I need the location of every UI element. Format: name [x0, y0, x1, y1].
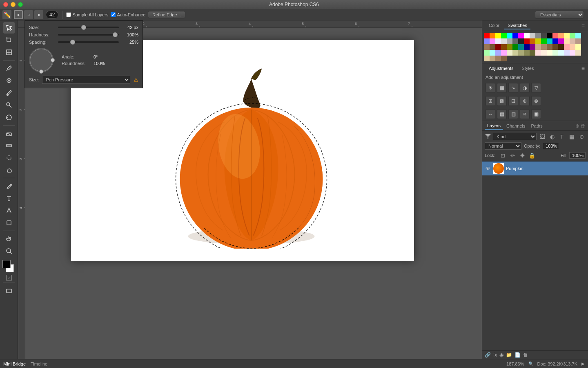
swatch-blue[interactable] — [512, 33, 518, 38]
minimize-button[interactable] — [11, 2, 16, 7]
levels-icon[interactable]: ▦ — [497, 83, 507, 93]
selective-color-icon[interactable]: ▣ — [531, 109, 541, 119]
swatch-2-8[interactable] — [495, 38, 501, 44]
zoom-tool[interactable] — [3, 245, 15, 257]
foreground-color[interactable] — [2, 260, 11, 268]
swatch-2-1[interactable] — [552, 33, 558, 38]
zoom-info-icon[interactable]: 🔍 — [528, 361, 533, 366]
swatch-5-4[interactable] — [484, 50, 490, 56]
swatch-2-4[interactable] — [570, 33, 575, 38]
swatch-6-1[interactable] — [535, 50, 541, 56]
brush-preset-2[interactable]: ○ — [24, 10, 33, 19]
brush-handle-right[interactable] — [51, 58, 55, 62]
doc-info-arrow[interactable]: ▶ — [581, 361, 585, 366]
text-tool[interactable] — [3, 193, 15, 204]
layer-name-pumpkin[interactable]: Pumpkin — [506, 166, 586, 171]
swatch-6-9[interactable] — [484, 56, 490, 61]
layer-item-pumpkin[interactable]: 👁 Pumpkin — [482, 162, 588, 175]
swatch-red[interactable] — [484, 33, 490, 38]
blend-mode-select[interactable]: Normal — [485, 142, 521, 150]
swatch-5-5[interactable] — [490, 50, 495, 56]
spacing-slider-thumb[interactable] — [70, 40, 75, 45]
swatch-5-2[interactable] — [570, 44, 575, 50]
eyedropper-tool[interactable] — [3, 63, 15, 74]
dodge-tool[interactable] — [3, 164, 15, 176]
exposure-icon[interactable]: ◑ — [520, 83, 530, 93]
posterize-icon[interactable]: ▤ — [497, 109, 507, 119]
swatch-3-6[interactable] — [552, 38, 558, 44]
swatch-5-11[interactable] — [524, 50, 530, 56]
opacity-value[interactable]: 100% — [543, 143, 559, 149]
swatch-3-3[interactable] — [535, 38, 541, 44]
swatch-5-3[interactable] — [575, 44, 581, 50]
swatch-6-5[interactable] — [558, 50, 564, 56]
swatch-6-10[interactable] — [490, 56, 495, 61]
swatch-4-4[interactable] — [512, 44, 518, 50]
brightness-contrast-icon[interactable]: ☀ — [486, 83, 495, 93]
swatch-3-9[interactable] — [570, 38, 575, 44]
traffic-lights[interactable] — [3, 2, 23, 7]
brush-tool[interactable] — [3, 87, 15, 99]
add-mask-icon[interactable]: ◉ — [499, 352, 503, 358]
swatch-3-11[interactable] — [484, 44, 490, 50]
swatch-3-5[interactable] — [547, 38, 552, 44]
swatch-6-11[interactable] — [495, 56, 501, 61]
auto-enhance-input[interactable] — [111, 12, 116, 17]
swatch-5-7[interactable] — [501, 50, 507, 56]
tab-adjustments[interactable]: Adjustments — [486, 65, 517, 72]
foreground-background-colors[interactable] — [2, 260, 16, 272]
swatch-magenta[interactable] — [518, 33, 524, 38]
lock-transparent-icon[interactable]: ⊡ — [499, 151, 507, 159]
swatch-2-3[interactable] — [564, 33, 570, 38]
swatch-green[interactable] — [501, 33, 507, 38]
swatch-6-3[interactable] — [547, 50, 552, 56]
swatch-6-8[interactable] — [575, 50, 581, 56]
swatch-gray[interactable] — [535, 33, 541, 38]
workspace-dropdown[interactable]: Essentials — [535, 11, 584, 19]
color-panel-menu-icon[interactable]: ≡ — [581, 22, 585, 29]
tab-swatches[interactable]: Swatches — [504, 22, 530, 29]
black-white-icon[interactable]: ⊟ — [508, 96, 518, 106]
swatch-4-5[interactable] — [518, 44, 524, 50]
swatch-2-9[interactable] — [501, 38, 507, 44]
swatch-yellow[interactable] — [495, 33, 501, 38]
color-balance-icon[interactable]: ⊠ — [497, 96, 507, 106]
slice-tool[interactable] — [3, 47, 15, 58]
size-slider-thumb[interactable] — [81, 25, 86, 30]
swatch-3-2[interactable] — [530, 38, 535, 44]
tab-mini-bridge[interactable]: Mini Bridge — [3, 361, 26, 366]
swatch-6-2[interactable] — [541, 50, 547, 56]
hand-tool[interactable] — [3, 233, 15, 245]
swatch-orange[interactable] — [490, 33, 495, 38]
brush-angle-control[interactable] — [29, 48, 53, 72]
tab-channels[interactable]: Channels — [504, 123, 528, 129]
swatch-3-12[interactable] — [490, 44, 495, 50]
tab-layers[interactable]: Layers — [485, 122, 503, 130]
size-control-select[interactable]: Pen Pressure — [42, 76, 130, 84]
swatch-2-11[interactable] — [512, 38, 518, 44]
brush-preset-3[interactable]: ● — [34, 10, 43, 19]
pen-tool[interactable] — [3, 180, 15, 192]
path-selection-tool[interactable] — [3, 205, 15, 216]
swatch-2-10[interactable] — [507, 38, 512, 44]
size-slider[interactable] — [58, 27, 119, 28]
gradient-map-icon[interactable]: ≋ — [520, 109, 530, 119]
swatch-4-12[interactable] — [558, 44, 564, 50]
swatch-3-4[interactable] — [541, 38, 547, 44]
curves-icon[interactable]: ∿ — [508, 83, 518, 93]
screen-mode-button[interactable] — [3, 285, 15, 296]
swatch-5-8[interactable] — [507, 50, 512, 56]
brush-preset-1[interactable]: ● — [14, 10, 23, 19]
swatch-lightgray[interactable] — [530, 33, 535, 38]
hardness-slider[interactable] — [58, 34, 119, 36]
clone-stamp-tool[interactable] — [3, 99, 15, 111]
threshold-icon[interactable]: ▥ — [508, 109, 518, 119]
swatch-white[interactable] — [524, 33, 530, 38]
tab-paths[interactable]: Paths — [529, 123, 545, 129]
swatch-cyan[interactable] — [507, 33, 512, 38]
swatch-4-3[interactable] — [507, 44, 512, 50]
hardness-slider-thumb[interactable] — [113, 32, 118, 37]
eraser-tool[interactable] — [3, 128, 15, 139]
crop-tool[interactable] — [3, 34, 15, 46]
swatch-3-1[interactable] — [524, 38, 530, 44]
